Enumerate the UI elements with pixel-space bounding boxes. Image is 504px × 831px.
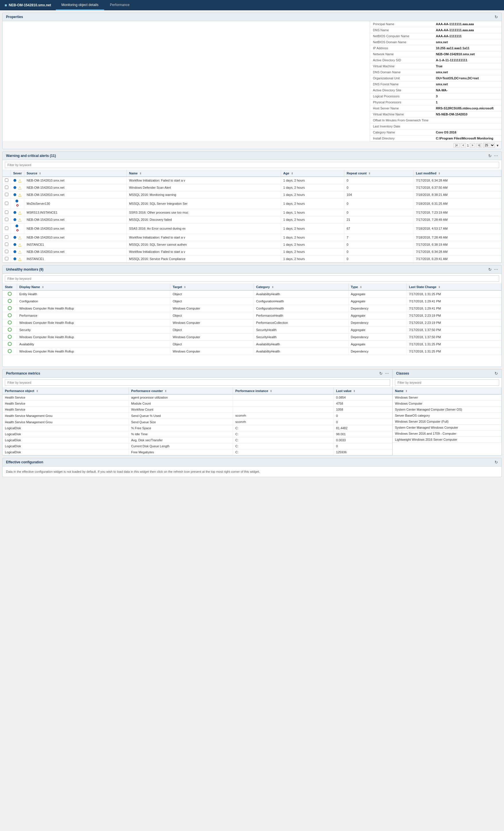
alert-checkbox[interactable] [5, 227, 8, 230]
alert-row[interactable]: △ NEB-OM-1542810.smx.net Windows Defende… [3, 184, 501, 191]
classes-filter-input[interactable] [395, 379, 499, 386]
first-page-button[interactable]: |< [454, 143, 459, 147]
refresh-icon-alerts[interactable]: ↻ [488, 153, 492, 158]
alert-repeat: 0 [344, 255, 414, 263]
class-row[interactable]: Windows Server 2016 Computer (Full) [393, 419, 501, 425]
tab-monitoring-object-details[interactable]: Monitoring object details [56, 0, 104, 10]
alerts-col-severity[interactable]: Sever [11, 170, 24, 177]
refresh-icon-classes[interactable]: ↻ [495, 371, 498, 376]
alert-checkbox[interactable] [5, 235, 8, 239]
refresh-icon[interactable]: ↻ [495, 15, 498, 19]
monitor-row[interactable]: Windows Computer Role Health Rollup Wind… [3, 334, 501, 341]
refresh-icon-perf[interactable]: ↻ [379, 371, 383, 376]
property-value: A-1-A-11-1111111111 [433, 57, 501, 63]
warning-icon: △ [18, 193, 22, 197]
alerts-filter-input[interactable] [5, 162, 499, 168]
alert-name: MSSQL 2016: Discovery failed [127, 216, 281, 223]
effective-config-header: Effective configuration ↻ [3, 458, 501, 466]
perf-row[interactable]: Health Service Module Count 4758 [3, 401, 392, 407]
alert-row[interactable]: △ NEB-OM-1542810.smx.net Workflow Initia… [3, 234, 501, 241]
alert-row[interactable]: △ INSTANCE1 MSSQL 2016: SQL Server canno… [3, 241, 501, 248]
perf-row[interactable]: LogicalDisk % Idle Time C: 98.001 [3, 431, 392, 437]
monitor-row[interactable]: Security Object SecurityHealth Aggregate… [3, 326, 501, 334]
page-size-select[interactable]: 25 50 100 [483, 143, 495, 148]
perf-col-counter[interactable]: Performance counter ⇕ [129, 388, 233, 394]
classes-col-name[interactable]: Name ⇕ [393, 388, 501, 394]
monitors-col-state[interactable]: State [3, 284, 17, 290]
class-row[interactable]: Windows Server 2016 and 1709 - Computer [393, 431, 501, 437]
alert-row[interactable]: △ NEB-OM-1542810.smx.net MSSQL 2016: Dis… [3, 216, 501, 223]
monitor-row[interactable]: Configuration Object ConfigurationHealth… [3, 298, 501, 305]
monitor-row[interactable]: Availability Object AvailabilityHealth A… [3, 341, 501, 348]
alert-checkbox[interactable] [5, 218, 8, 221]
property-key: Network Name [370, 51, 433, 57]
alert-checkbox[interactable] [5, 202, 8, 205]
alert-row[interactable]: △ INSTANCE1 MSSQL 2016: Service Pack Com… [3, 255, 501, 263]
alerts-col-name[interactable]: Name ⇕ [127, 170, 281, 177]
monitor-row[interactable]: Performance Object PerformanceHealth Agg… [3, 312, 501, 319]
more-options-icon-monitors[interactable]: ⋯ [494, 267, 498, 272]
tab-performance[interactable]: Performance [104, 0, 136, 10]
alerts-col-source[interactable]: Source ⇕ [24, 170, 126, 177]
class-row[interactable]: Windows Server [393, 394, 501, 401]
performance-filter-input[interactable] [5, 379, 390, 386]
refresh-icon-config[interactable]: ↻ [495, 460, 498, 464]
next-page-button[interactable]: > [470, 143, 475, 147]
alert-row[interactable]: ⭘ MsDtsServer130 MSSQL 2016: SQL Server … [3, 198, 501, 209]
alert-row[interactable]: △ NEB-OM-1542810.smx.net MSSQL 2016: Mon… [3, 191, 501, 198]
more-options-icon-perf[interactable]: ⋯ [385, 371, 389, 376]
alert-row[interactable]: △ NEB-OM-1542810.smx.net Workflow Initia… [3, 248, 501, 255]
perf-row[interactable]: LogicalDisk Free Megabytes C: 125936 [3, 449, 392, 455]
alerts-col-age[interactable]: Age ⇕ [281, 170, 344, 177]
perf-row[interactable]: Health Service Workflow Count 1058 [3, 407, 392, 413]
property-key: Active Directory SID [370, 57, 433, 63]
property-row: Active Directory Site NA-WA- [370, 87, 501, 93]
alert-checkbox[interactable] [5, 250, 8, 253]
monitors-col-name[interactable]: Display Name ⇕ [17, 284, 170, 290]
perf-row[interactable]: LogicalDisk Current Disk Queue Length C:… [3, 443, 392, 449]
monitor-row[interactable]: Windows Computer Role Health Rollup Wind… [3, 305, 501, 312]
alert-checkbox[interactable] [5, 242, 8, 246]
prev-page-button[interactable]: < [461, 143, 466, 147]
perf-row[interactable]: LogicalDisk Avg. Disk sec/Transfer C: 0.… [3, 437, 392, 443]
alert-row[interactable]: △ NEB-OM-1542810.smx.net Workflow Initia… [3, 177, 501, 184]
alert-checkbox[interactable] [5, 185, 8, 189]
class-row[interactable]: System Center Managed Windows Computer [393, 425, 501, 431]
perf-col-value[interactable]: Last value ⇕ [334, 388, 392, 394]
refresh-icon-monitors[interactable]: ↻ [488, 267, 492, 272]
monitors-col-category[interactable]: Category ⇕ [254, 284, 348, 290]
alert-row[interactable]: ⭘ NEB-OM-1542810.smx.net SSAS 2016: An E… [3, 223, 501, 234]
perf-row[interactable]: Health Service agent processor utilizati… [3, 394, 392, 401]
monitors-col-target[interactable]: Target ⇕ [170, 284, 254, 290]
perf-row[interactable]: Health Service Management Grou Send Queu… [3, 413, 392, 419]
perf-col-instance[interactable]: Performance instance ⇕ [233, 388, 334, 394]
alert-checkbox[interactable] [5, 193, 8, 196]
monitors-col-change[interactable]: Last State Change ⇕ [407, 284, 501, 290]
class-row[interactable]: Server BaseOS category [393, 413, 501, 419]
alerts-col-repeat[interactable]: Repeat count ⇕ [344, 170, 414, 177]
more-options-icon-alerts[interactable]: ⋯ [494, 153, 498, 158]
alert-checkbox[interactable] [5, 257, 8, 260]
class-name: Server BaseOS category [393, 413, 501, 419]
perf-row[interactable]: LogicalDisk % Free Space C: 81.4482 [3, 425, 392, 431]
monitors-filter-input[interactable] [5, 276, 499, 282]
monitor-row[interactable]: Entity Health Object AvailabilityHealth … [3, 290, 501, 298]
class-row[interactable]: Windows Computer [393, 401, 501, 407]
property-row: IP Address 10.255 aa11:aaa1:1a11 [370, 45, 501, 51]
monitor-row[interactable]: Windows Computer Role Health Rollup Wind… [3, 348, 501, 355]
alerts-col-modified[interactable]: Last modified ⇕ [414, 170, 501, 177]
alert-row[interactable]: △ MSRS13.INSTANCE1 SSRS 2016: Other proc… [3, 209, 501, 216]
filter-icon[interactable]: ▼ [496, 144, 499, 147]
properties-pagination: |< < 1 > >| 25 50 100 ▼ [3, 141, 501, 149]
alert-checkbox[interactable] [5, 178, 8, 182]
last-page-button[interactable]: >| [476, 143, 482, 147]
alert-checkbox[interactable] [5, 210, 8, 214]
classes-panel: Classes ↻ Name ⇕ Windows ServerWindows C… [393, 369, 501, 455]
alert-source: NEB-OM-1542810.smx.net [24, 184, 126, 191]
class-row[interactable]: System Center Managed Computer (Server O… [393, 407, 501, 413]
monitors-col-type[interactable]: Type ⇕ [348, 284, 407, 290]
perf-row[interactable]: Health Service Management Grou Send Queu… [3, 419, 392, 425]
monitor-row[interactable]: Windows Computer Role Health Rollup Wind… [3, 319, 501, 326]
perf-col-object[interactable]: Performance object ⇕ [3, 388, 129, 394]
class-row[interactable]: Lightweight Windows 2016 Server Computer [393, 437, 501, 443]
